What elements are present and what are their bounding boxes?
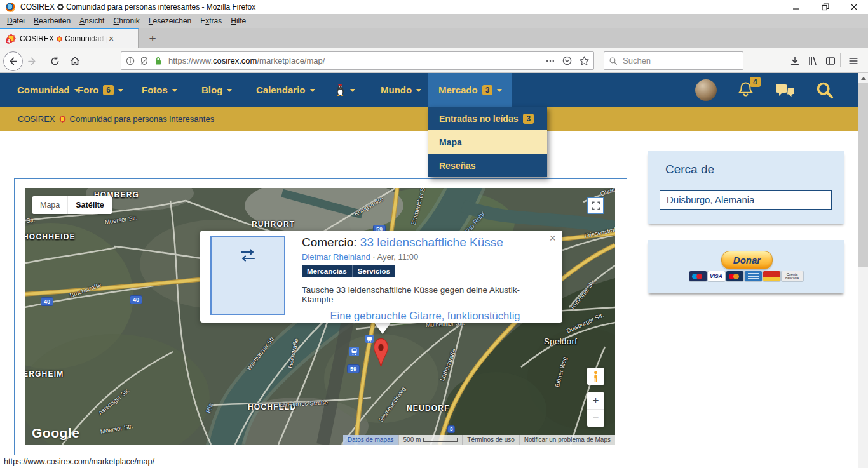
- tag-mercancias[interactable]: Mercancías: [302, 265, 352, 277]
- nav-mercado[interactable]: Mercado3: [428, 73, 512, 107]
- asterisk-icon: [57, 4, 64, 10]
- page-info-icon[interactable]: [125, 56, 135, 66]
- tab-close-icon[interactable]: ×: [109, 34, 114, 44]
- payment-methods: VISA Cuenta bancaria: [648, 271, 844, 281]
- minimize-button[interactable]: [782, 0, 811, 14]
- foro-badge: 6: [103, 85, 114, 95]
- map-type-satellite-button[interactable]: Satélite: [68, 196, 111, 214]
- menu-hilfe[interactable]: Hilfe: [226, 15, 250, 27]
- menu-bearbeiten[interactable]: Bearbeiten: [29, 15, 75, 27]
- chevron-down-icon: [310, 89, 315, 92]
- map-label: NEUDORF: [407, 404, 450, 413]
- listing-popup: × Comercio: 33 leidenschaftliche Küsse D…: [200, 231, 562, 323]
- tracking-shield-icon[interactable]: [139, 56, 149, 66]
- back-button[interactable]: [3, 51, 23, 71]
- pocket-icon[interactable]: [562, 55, 573, 66]
- page-actions-icon[interactable]: [545, 56, 555, 66]
- forward-arrow-icon: [27, 56, 37, 67]
- listing-title-link[interactable]: 33 leidenschaftliche Küsse: [360, 236, 503, 249]
- nav-comunidad[interactable]: Comunidad: [17, 73, 79, 107]
- listing-offer: Eine gebrauchte Gitarre, funktionstüchti…: [302, 310, 548, 322]
- home-icon: [69, 55, 81, 67]
- tab-cosirex[interactable]: 4 COSIREX Comunidad para p ×: [0, 28, 139, 48]
- listing-image-placeholder[interactable]: [210, 236, 285, 315]
- menu-datei[interactable]: Datei: [3, 15, 29, 27]
- site-search-button[interactable]: [816, 81, 834, 102]
- tag-servicios[interactable]: Servicios: [352, 265, 395, 277]
- scrollbar-thumb[interactable]: [858, 83, 868, 267]
- browser-window: COSIREX Comunidad para personas interesa…: [0, 0, 868, 468]
- offer-link[interactable]: Eine gebrauchte Gitarre, funktionstüchti…: [330, 310, 520, 321]
- pegman-icon: [592, 370, 600, 383]
- street-view-pegman[interactable]: [587, 368, 604, 385]
- dropdown-item-resenas[interactable]: Reseñas: [428, 154, 547, 177]
- report-problem-link[interactable]: Notificar un problema de Maps: [519, 435, 615, 445]
- menu-extras[interactable]: Extras: [196, 15, 226, 27]
- scrollbar-up-arrow[interactable]: [861, 77, 866, 80]
- zoom-out-button[interactable]: −: [587, 410, 604, 427]
- reload-button[interactable]: [48, 55, 61, 67]
- new-tab-button[interactable]: +: [142, 29, 163, 48]
- donate-button[interactable]: Donar: [721, 251, 773, 269]
- fullscreen-icon: [591, 201, 601, 211]
- search-bar[interactable]: [604, 51, 743, 70]
- map-type-map-button[interactable]: Mapa: [32, 196, 68, 214]
- chevron-down-icon: [416, 89, 421, 92]
- map-label: Speldorf: [544, 337, 577, 346]
- map-scale: 500 m: [398, 435, 463, 445]
- menu-bar: Datei Bearbeiten Ansicht Chronik Lesezei…: [0, 14, 868, 28]
- toolbar-divider: [840, 53, 841, 67]
- lock-icon[interactable]: [153, 56, 163, 66]
- dropdown-item-mapa[interactable]: Mapa: [428, 130, 547, 154]
- google-logo[interactable]: Google: [32, 425, 79, 441]
- mercado-badge: 3: [482, 85, 493, 95]
- notification-badge: 4: [750, 77, 761, 87]
- close-button[interactable]: [839, 0, 868, 14]
- nav-foro[interactable]: Foro6: [78, 73, 123, 107]
- restore-button[interactable]: [811, 0, 839, 14]
- pin-icon: [373, 338, 389, 368]
- nav-fotos[interactable]: Fotos: [142, 73, 177, 107]
- author-link[interactable]: Dietmar Rheinland: [302, 252, 370, 262]
- entradas-badge: 3: [523, 114, 534, 124]
- nav-blog[interactable]: Blog: [201, 73, 232, 107]
- nav-mundo[interactable]: Mundo: [381, 73, 421, 107]
- fullscreen-button[interactable]: [587, 197, 604, 214]
- penguin-icon: [335, 84, 346, 96]
- map-data-link[interactable]: Datos de mapas: [343, 435, 398, 445]
- bank-account-icon: Cuenta bancaria: [782, 271, 803, 281]
- avatar[interactable]: [695, 79, 717, 101]
- popup-close-icon[interactable]: ×: [549, 232, 556, 244]
- library-button[interactable]: [806, 55, 820, 67]
- listing-description: Tausche 33 leidenschaftliche Küsse gegen…: [302, 285, 548, 304]
- menu-ansicht[interactable]: Ansicht: [75, 15, 109, 27]
- dropdown-item-entradas[interactable]: Entradas no leídas3: [428, 107, 547, 130]
- train-station-icon[interactable]: [349, 347, 359, 356]
- map-type-control: Mapa Satélite: [32, 196, 112, 214]
- chevron-down-icon: [227, 89, 232, 92]
- location-input[interactable]: [660, 190, 832, 210]
- sidebar-toggle-button[interactable]: [824, 55, 837, 67]
- hamburger-menu-button[interactable]: [846, 55, 860, 67]
- terms-link[interactable]: Términos de uso: [462, 435, 519, 445]
- zoom-in-button[interactable]: +: [587, 392, 604, 410]
- menu-lesezeichen[interactable]: Lesezeichen: [144, 15, 196, 27]
- highway-shield: 40: [41, 297, 53, 306]
- forward-button[interactable]: [25, 55, 38, 67]
- search-icon: [816, 81, 834, 99]
- url-bar[interactable]: https://www.cosirex.com/marketplace/map/: [121, 51, 594, 70]
- download-button[interactable]: [788, 55, 802, 67]
- nav-penguin[interactable]: [335, 73, 355, 107]
- highway-shield: 59: [347, 364, 360, 373]
- chevron-down-icon: [172, 89, 177, 92]
- map-canvas[interactable]: HOMBERG RUHRORT HOCHHEIDE ERGHEIM HOCHFE…: [25, 188, 615, 445]
- messages-button[interactable]: [775, 83, 795, 102]
- search-input[interactable]: [621, 55, 726, 66]
- home-button[interactable]: [69, 55, 81, 67]
- menu-chronik[interactable]: Chronik: [109, 15, 144, 27]
- nav-calendario[interactable]: Calendario: [256, 73, 315, 107]
- highway-shield: 3: [447, 425, 455, 433]
- bookmark-star-icon[interactable]: [579, 55, 590, 66]
- listing-tags: Mercancías Servicios: [302, 265, 395, 277]
- map-marker-pin[interactable]: [373, 338, 389, 368]
